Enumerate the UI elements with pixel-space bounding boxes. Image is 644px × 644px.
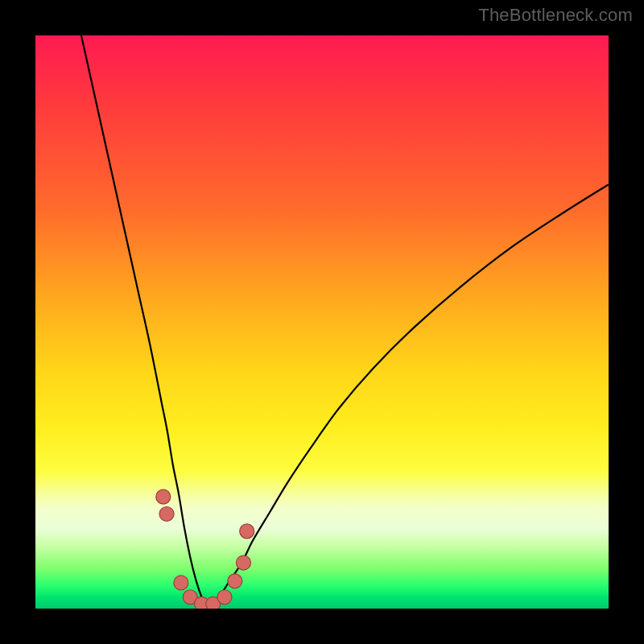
marker-dot: [240, 524, 254, 539]
marker-dot: [228, 574, 242, 588]
marker-dot: [217, 590, 232, 605]
marker-dot: [236, 555, 250, 570]
marker-dot: [159, 507, 174, 522]
plot-area: [35, 35, 609, 609]
marker-dot: [174, 576, 188, 590]
left-curve: [81, 35, 208, 609]
curve-layer: [35, 35, 609, 609]
highlight-dots: [156, 489, 254, 609]
watermark-text: TheBottleneck.com: [478, 5, 633, 26]
chart-frame: TheBottleneck.com: [0, 0, 644, 644]
right-curve: [208, 184, 609, 609]
marker-dot: [156, 489, 171, 504]
